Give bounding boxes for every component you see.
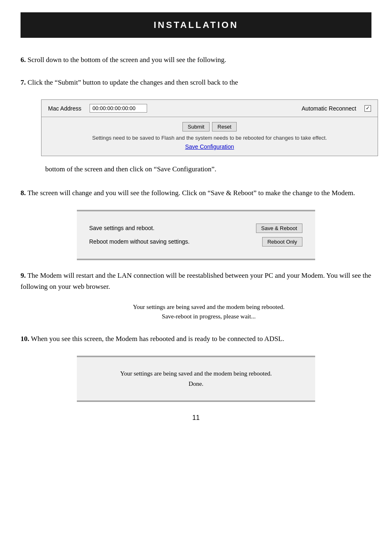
save-reboot-button[interactable]: Save & Reboot: [256, 224, 302, 233]
save-configuration-link[interactable]: Save Configuration: [42, 143, 378, 150]
done-mockup: Your settings are being saved and the mo…: [77, 356, 315, 402]
page-container: INSTALLATION 6. Scroll down to the botto…: [0, 0, 392, 560]
submit-button[interactable]: Submit: [182, 122, 210, 131]
mac-address-label: Mac Address: [48, 105, 81, 112]
reset-button[interactable]: Reset: [212, 122, 237, 131]
step10-number: 10.: [21, 335, 29, 343]
step-6: 6. Scroll down to the bottom of the scre…: [21, 54, 371, 65]
form-row-mac: Mac Address Automatic Reconnect ✓: [42, 100, 378, 117]
header-title: INSTALLATION: [154, 20, 238, 30]
page-header: INSTALLATION: [21, 12, 371, 38]
reboot-mockup: Save settings and reboot. Save & Reboot …: [77, 210, 315, 260]
step10-content: When you see this screen, the Modem has …: [31, 335, 284, 343]
form-mockup: Mac Address Automatic Reconnect ✓ Submit…: [41, 99, 378, 156]
auto-reconnect-label: Automatic Reconnect: [302, 105, 356, 112]
step10-text: 10. When you see this screen, the Modem …: [21, 333, 371, 344]
step7-content: Click the “Submit” button to update the …: [28, 78, 238, 86]
step-8: 8. The screen will change and you will s…: [21, 187, 371, 198]
save-reboot-row: Save settings and reboot. Save & Reboot: [89, 224, 303, 233]
reboot-msg-2: Save-reboot in progress, please wait...: [46, 313, 371, 320]
reboot-only-button[interactable]: Reboot Only: [262, 237, 302, 247]
save-reboot-label: Save settings and reboot.: [89, 225, 154, 231]
step7-number: 7.: [21, 78, 26, 86]
reboot-msg-1: Your settings are being saved and the mo…: [46, 304, 371, 311]
step9-text: 9. The Modem will restart and the LAN co…: [21, 270, 371, 292]
step6-number: 6.: [21, 56, 26, 64]
step-10: 10. When you see this screen, the Modem …: [21, 333, 371, 344]
step6-content: Scroll down to the bottom of the screen …: [28, 56, 226, 64]
reboot-only-row: Reboot modem without saving settings. Re…: [89, 237, 303, 247]
done-msg-2: Done.: [89, 380, 303, 387]
flash-note: Settings need to be saved to Flash and t…: [42, 135, 378, 141]
checkbox-check: ✓: [366, 105, 370, 111]
step6-text: 6. Scroll down to the bottom of the scre…: [21, 54, 371, 65]
step9-content: The Modem will restart and the LAN conne…: [21, 272, 371, 290]
step8-content: The screen will change and you will see …: [28, 189, 355, 197]
submit-area: Submit Reset Settings need to be saved t…: [42, 117, 378, 156]
auto-reconnect-checkbox[interactable]: ✓: [364, 105, 371, 112]
step8-number: 8.: [21, 189, 26, 197]
step8-text: 8. The screen will change and you will s…: [21, 187, 371, 198]
mac-address-input[interactable]: [90, 104, 147, 113]
step-7: 7. Click the “Submit” button to update t…: [21, 77, 371, 88]
step-9: 9. The Modem will restart and the LAN co…: [21, 270, 371, 292]
reboot-in-progress-messages: Your settings are being saved and the mo…: [46, 304, 371, 320]
step7-continuation: bottom of the screen and then click on “…: [45, 164, 371, 175]
done-msg-1: Your settings are being saved and the mo…: [89, 370, 303, 377]
reboot-only-label: Reboot modem without saving settings.: [89, 238, 189, 245]
step9-number: 9.: [21, 272, 26, 279]
step7-text: 7. Click the “Submit” button to update t…: [21, 77, 371, 88]
page-number: 11: [21, 414, 371, 422]
